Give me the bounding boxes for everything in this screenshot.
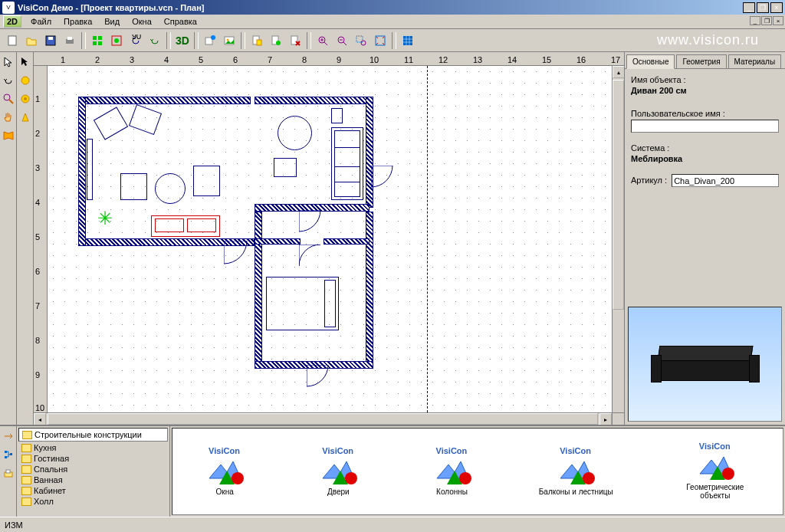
horizontal-scrollbar[interactable]: ◂ ▸ — [34, 412, 624, 425]
zoom-in-button[interactable] — [314, 31, 332, 50]
wall[interactable] — [255, 238, 301, 245]
door-icon[interactable] — [371, 166, 402, 196]
round-table[interactable] — [278, 116, 312, 150]
chair[interactable] — [274, 158, 297, 177]
bp-tool-1[interactable] — [2, 429, 15, 443]
menu-edit[interactable]: Правка — [57, 15, 98, 28]
child-close-button[interactable]: × — [773, 16, 783, 25]
plant-icon[interactable]: ✳ — [97, 208, 113, 229]
tree-header[interactable]: Строительные конструкции — [18, 428, 168, 442]
close-button[interactable]: × — [770, 2, 783, 13]
bp-tool-3[interactable] — [2, 466, 15, 480]
wall[interactable] — [78, 97, 86, 246]
scroll-thumb[interactable] — [48, 413, 598, 425]
separator — [166, 32, 171, 49]
print-button[interactable] — [61, 31, 79, 50]
vertical-scrollbar[interactable]: ▴ — [612, 66, 624, 412]
scroll-up-button[interactable]: ▴ — [613, 66, 624, 78]
door-icon[interactable] — [299, 210, 330, 241]
menu-view[interactable]: Вид — [98, 15, 126, 28]
round-table[interactable] — [155, 173, 186, 204]
shelf[interactable] — [87, 139, 93, 200]
shape-tool-2[interactable] — [18, 92, 32, 106]
export-button[interactable] — [201, 31, 219, 50]
doc-button-1[interactable] — [248, 31, 266, 50]
tool-rotate[interactable] — [146, 31, 164, 50]
kitchen-counter[interactable] — [331, 127, 363, 200]
tree-item[interactable]: Ванная — [18, 475, 168, 485]
scroll-thumb[interactable] — [613, 80, 624, 310]
mode-3d-button[interactable]: 3D — [173, 31, 192, 50]
pointer-tool[interactable] — [2, 55, 15, 69]
rotate-tool[interactable] — [2, 74, 15, 87]
tool-rotate90[interactable]: 90 — [126, 31, 145, 50]
user-name-input[interactable] — [631, 120, 779, 133]
svg-rect-6 — [98, 36, 102, 40]
door-icon[interactable] — [299, 245, 330, 275]
bed[interactable] — [266, 277, 339, 330]
pan-tool[interactable] — [2, 110, 15, 124]
child-minimize-button[interactable]: _ — [750, 16, 760, 25]
catalog-item[interactable]: VisiCon Окна — [198, 448, 251, 496]
zoom-tool[interactable] — [2, 92, 15, 106]
canvas-viewport[interactable]: ✳ — [48, 66, 612, 412]
sofa-selected[interactable] — [151, 215, 220, 237]
child-restore-button[interactable]: ❐ — [761, 16, 772, 25]
zoom-out-button[interactable] — [333, 31, 351, 50]
armchair[interactable] — [120, 173, 147, 200]
mode-2d-badge[interactable]: 2D — [3, 15, 21, 28]
tool-grid2[interactable] — [107, 31, 126, 50]
minimize-button[interactable]: _ — [743, 2, 755, 13]
tool-grid1[interactable] — [88, 31, 107, 50]
maximize-button[interactable]: ❐ — [757, 2, 769, 13]
book-tool[interactable] — [2, 129, 15, 143]
wall[interactable] — [366, 212, 373, 365]
menu-windows[interactable]: Окна — [126, 15, 158, 28]
new-button[interactable] — [3, 31, 21, 50]
doc-button-2[interactable] — [267, 31, 285, 50]
save-button[interactable] — [41, 31, 60, 50]
tree-item[interactable]: Спальня — [18, 464, 168, 475]
article-label: Артикул : — [631, 176, 667, 185]
menu-help[interactable]: Справка — [158, 15, 203, 28]
open-button[interactable] — [22, 31, 41, 50]
shape-tool-1[interactable] — [18, 74, 32, 87]
tree-item[interactable]: Кухня — [18, 442, 168, 453]
catalog-item[interactable]: VisiCon Геометрические объекты — [673, 443, 757, 500]
wall[interactable] — [324, 238, 370, 245]
door-icon[interactable] — [307, 365, 337, 396]
wall[interactable] — [255, 212, 262, 365]
tree-item[interactable]: Гостиная — [18, 453, 168, 464]
tab-geometry[interactable]: Геометрия — [676, 54, 726, 68]
svg-rect-33 — [10, 453, 12, 455]
doc-button-3[interactable] — [286, 31, 304, 50]
zoom-fit-button[interactable] — [371, 31, 389, 50]
svg-rect-20 — [291, 36, 297, 44]
wall[interactable] — [255, 97, 370, 104]
article-input[interactable] — [672, 174, 779, 187]
tree-item[interactable]: Кабинет — [18, 485, 168, 496]
grid-toggle-button[interactable] — [399, 31, 417, 50]
wall[interactable] — [78, 97, 251, 104]
tree-item[interactable]: Холл — [18, 496, 168, 507]
door-icon[interactable] — [224, 241, 255, 271]
armchair[interactable] — [193, 166, 220, 196]
tab-basic[interactable]: Основные — [626, 54, 675, 69]
image-button[interactable] — [220, 31, 238, 50]
catalog-item[interactable]: VisiCon Балконы и лестницы — [539, 448, 613, 496]
scroll-left-button[interactable]: ◂ — [34, 413, 46, 425]
left-toolbar-1 — [0, 52, 17, 425]
left-toolbar-2 — [17, 52, 34, 425]
catalog-list: VisiCon Окна VisiCon Двери VisiCon Колон… — [172, 428, 783, 515]
menu-file[interactable]: Файл — [25, 15, 57, 28]
zoom-region-button[interactable] — [352, 31, 370, 50]
scroll-right-button[interactable]: ▸ — [599, 413, 612, 425]
catalog-item[interactable]: VisiCon Двери — [311, 448, 365, 496]
tab-materials[interactable]: Материалы — [728, 54, 782, 68]
shape-tool-3[interactable] — [18, 110, 32, 124]
select-tool[interactable] — [18, 55, 32, 69]
mdi-child-controls: _ ❐ × — [750, 16, 783, 25]
bp-tool-tree[interactable] — [2, 448, 15, 461]
catalog-item[interactable]: VisiCon Колонны — [425, 448, 479, 496]
appliance[interactable] — [331, 108, 343, 123]
